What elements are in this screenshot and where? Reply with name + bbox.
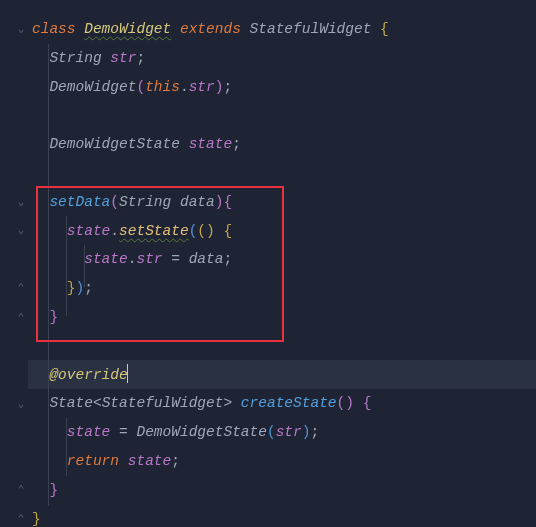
identifier: data <box>189 251 224 267</box>
field: state <box>67 424 111 440</box>
keyword-this: this <box>145 79 180 95</box>
fold-icon[interactable]: ⌄ <box>15 216 27 245</box>
fold-icon[interactable]: ⌄ <box>15 15 27 44</box>
brace: { <box>223 223 232 239</box>
method-call: setState <box>119 223 189 239</box>
fold-icon[interactable]: ⌄ <box>15 390 27 419</box>
code-line: state.str = data; <box>32 245 536 274</box>
code-line: String str; <box>32 44 536 73</box>
class-name: DemoWidget <box>84 21 171 37</box>
field: str <box>136 251 162 267</box>
paren: ) <box>76 280 85 296</box>
field: state <box>67 223 111 239</box>
brace: } <box>67 280 76 296</box>
brace: } <box>49 482 58 498</box>
keyword-return: return <box>67 453 119 469</box>
semicolon: ; <box>171 453 180 469</box>
type: State <box>49 395 93 411</box>
param: data <box>180 194 215 210</box>
type: DemoWidgetState <box>49 136 180 152</box>
code-line: class DemoWidget extends StatefulWidget … <box>32 15 536 44</box>
gutter: ⌄ ⌄ ⌄ ⌃ ⌃ ⌄ ⌃ ⌃ <box>0 0 28 527</box>
semicolon: ; <box>232 136 241 152</box>
field: str <box>189 79 215 95</box>
angle-bracket: < <box>93 395 102 411</box>
code-line: } <box>32 476 536 505</box>
method-name: createState <box>241 395 337 411</box>
paren: ) <box>206 223 215 239</box>
annotation: @override <box>49 367 127 383</box>
semicolon: ; <box>223 79 232 95</box>
fold-end-icon[interactable]: ⌃ <box>15 505 27 527</box>
method-name: setData <box>49 194 110 210</box>
superclass: StatefulWidget <box>250 21 372 37</box>
fold-end-icon[interactable]: ⌃ <box>15 304 27 333</box>
code-line: state.setState(() { <box>32 217 536 246</box>
code-editor[interactable]: ⌄ ⌄ ⌄ ⌃ ⌃ ⌄ ⌃ ⌃ class DemoWidget extends… <box>0 0 536 527</box>
semicolon: ; <box>310 424 319 440</box>
code-line-blank <box>32 101 536 130</box>
dot: . <box>110 223 119 239</box>
keyword-class: class <box>32 21 76 37</box>
brace: { <box>363 395 372 411</box>
operator: = <box>171 251 180 267</box>
field: state <box>84 251 128 267</box>
fold-icon[interactable]: ⌄ <box>15 188 27 217</box>
brace: } <box>49 309 58 325</box>
paren: ( <box>136 79 145 95</box>
code-line: }); <box>32 274 536 303</box>
field: state <box>189 136 233 152</box>
semicolon: ; <box>223 251 232 267</box>
argument: str <box>276 424 302 440</box>
brace: { <box>380 21 389 37</box>
paren: ( <box>110 194 119 210</box>
angle-bracket: > <box>223 395 232 411</box>
brace: } <box>32 511 41 527</box>
paren: ) <box>345 395 354 411</box>
identifier: state <box>128 453 172 469</box>
text-caret <box>127 364 129 383</box>
dot: . <box>180 79 189 95</box>
type: StatefulWidget <box>102 395 224 411</box>
code-line: setData(String data){ <box>32 188 536 217</box>
code-line: DemoWidget(this.str); <box>32 73 536 102</box>
semicolon: ; <box>136 50 145 66</box>
type: String <box>49 50 101 66</box>
fold-end-icon[interactable]: ⌃ <box>15 274 27 303</box>
semicolon: ; <box>84 280 93 296</box>
code-line: } <box>32 505 536 527</box>
code-line: } <box>32 303 536 332</box>
paren: ( <box>197 223 206 239</box>
code-line: return state; <box>32 447 536 476</box>
code-area[interactable]: class DemoWidget extends StatefulWidget … <box>28 0 536 527</box>
code-line-blank <box>32 332 536 361</box>
field: str <box>110 50 136 66</box>
paren: ( <box>337 395 346 411</box>
constructor: DemoWidgetState <box>136 424 267 440</box>
fold-end-icon[interactable]: ⌃ <box>15 476 27 505</box>
operator: = <box>119 424 128 440</box>
code-line: @override <box>32 361 536 390</box>
constructor: DemoWidget <box>49 79 136 95</box>
paren: ( <box>267 424 276 440</box>
code-line-blank <box>32 159 536 188</box>
type: String <box>119 194 171 210</box>
code-line: State<StatefulWidget> createState() { <box>32 389 536 418</box>
code-line: state = DemoWidgetState(str); <box>32 418 536 447</box>
keyword-extends: extends <box>180 21 241 37</box>
brace: { <box>223 194 232 210</box>
code-line: DemoWidgetState state; <box>32 130 536 159</box>
